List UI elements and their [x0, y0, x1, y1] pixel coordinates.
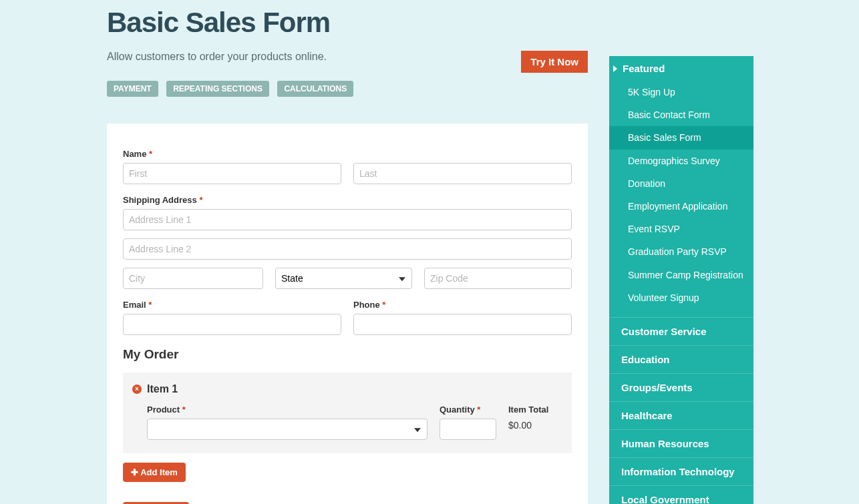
order-item-title: Item 1: [147, 383, 178, 395]
sidebar-featured-header[interactable]: Featured: [609, 56, 753, 81]
zip-input[interactable]: [424, 268, 572, 289]
sidebar-item[interactable]: Employment Application: [609, 195, 753, 218]
email-input[interactable]: [123, 314, 341, 335]
phone-input[interactable]: [353, 314, 572, 335]
page-title: Basic Sales Form: [107, 7, 588, 39]
sidebar-item[interactable]: Basic Contact Form: [609, 103, 753, 126]
shipping-label: Shipping Address *: [123, 195, 572, 205]
sidebar-item[interactable]: Volunteer Signup: [609, 286, 753, 309]
address-line2-input[interactable]: [123, 238, 572, 260]
sidebar-item[interactable]: Basic Sales Form: [609, 126, 753, 149]
first-name-input[interactable]: [123, 163, 341, 184]
email-label: Email *: [123, 300, 341, 310]
order-heading: My Order: [123, 347, 572, 362]
sidebar-category[interactable]: Customer Service: [609, 318, 753, 346]
sidebar-category[interactable]: Education: [609, 346, 753, 374]
phone-label: Phone *: [353, 300, 572, 310]
product-label: Product *: [147, 405, 427, 415]
sidebar-item[interactable]: 5K Sign Up: [609, 81, 753, 103]
address-line1-input[interactable]: [123, 209, 572, 230]
quantity-label: Quantity *: [440, 405, 496, 415]
page-subtitle: Allow customers to order your products o…: [107, 51, 327, 63]
caret-right-icon: [613, 65, 617, 72]
tags-row: PAYMENT REPEATING SECTIONS CALCULATIONS: [107, 81, 588, 97]
tag-calculations[interactable]: CALCULATIONS: [277, 81, 353, 97]
order-item-block: × Item 1 Product *: [123, 372, 572, 453]
sidebar-category[interactable]: Local Government: [609, 486, 753, 504]
sidebar-category[interactable]: Healthcare: [609, 402, 753, 430]
sidebar-item[interactable]: Event RSVP: [609, 218, 753, 240]
sidebar-item[interactable]: Summer Camp Registration: [609, 264, 753, 286]
sidebar-category[interactable]: Groups/Events: [609, 374, 753, 402]
item-total-label: Item Total: [508, 405, 562, 415]
sidebar-category[interactable]: Information Technology: [609, 458, 753, 486]
sidebar-item[interactable]: Donation: [609, 172, 753, 195]
tag-payment[interactable]: PAYMENT: [107, 81, 158, 97]
sidebar: Featured 5K Sign UpBasic Contact FormBas…: [609, 56, 753, 504]
city-input[interactable]: [123, 268, 263, 289]
try-it-now-button[interactable]: Try It Now: [521, 51, 588, 73]
name-label: Name *: [123, 149, 572, 159]
product-select[interactable]: [147, 419, 427, 440]
remove-item-icon[interactable]: ×: [132, 385, 142, 394]
item-total-value: $0.00: [508, 419, 562, 431]
sidebar-item[interactable]: Graduation Party RSVP: [609, 240, 753, 263]
form-card: Name * Shipping Address *: [107, 123, 588, 504]
sidebar-category[interactable]: Human Resources: [609, 430, 753, 458]
tag-repeating-sections[interactable]: REPEATING SECTIONS: [166, 81, 269, 97]
last-name-input[interactable]: [353, 163, 572, 184]
sidebar-item[interactable]: Demographics Survey: [609, 150, 753, 172]
state-select[interactable]: State: [275, 268, 412, 289]
quantity-input[interactable]: [440, 419, 496, 440]
add-item-button[interactable]: ✚ Add Item: [123, 463, 186, 482]
plus-icon: ✚: [131, 467, 140, 477]
